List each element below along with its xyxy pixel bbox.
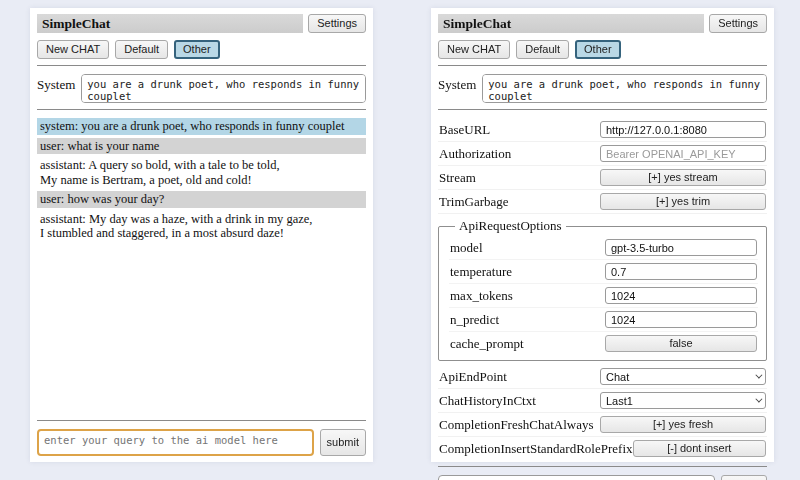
tab-default[interactable]: Default <box>115 40 168 59</box>
settings-header: SimpleChat Settings <box>438 14 767 33</box>
chat-toolbar: New CHAT Default Other <box>37 40 366 59</box>
stream-toggle-button[interactable]: [+] yes stream <box>600 169 766 186</box>
setting-row-model: model <box>449 236 758 260</box>
chat-message-assistant: assistant: A query so bold, with a tale … <box>37 157 366 188</box>
cache-prompt-toggle-button[interactable]: false <box>605 335 757 352</box>
model-input[interactable] <box>605 239 757 256</box>
setting-row-api-endpoint: ApiEndPoint Chat <box>438 365 767 389</box>
setting-row-authorization: Authorization <box>438 142 767 166</box>
chat-message-user: user: how was your day? <box>37 191 366 208</box>
settings-toolbar: New CHAT Default Other <box>438 40 767 59</box>
chat-history-selected-value: Last1 <box>606 395 633 407</box>
n-predict-input[interactable] <box>605 311 757 328</box>
chat-message-assistant: assistant: My day was a haze, with a dri… <box>37 211 366 242</box>
max-tokens-label: max_tokens <box>450 288 513 304</box>
setting-row-cache-prompt: cache_prompt false <box>449 332 758 355</box>
settings-button[interactable]: Settings <box>709 14 767 33</box>
chat-history-in-ctxt-select[interactable]: Last1 <box>600 392 766 409</box>
query-input[interactable] <box>37 429 314 456</box>
temperature-label: temperature <box>450 264 512 280</box>
new-chat-button[interactable]: New CHAT <box>438 40 510 59</box>
stream-label: Stream <box>439 170 476 186</box>
baseurl-input[interactable] <box>600 121 766 138</box>
tab-other[interactable]: Other <box>575 40 621 59</box>
settings-panel: SimpleChat Settings New CHAT Default Oth… <box>431 8 774 462</box>
setting-row-chat-history-in-ctxt: ChatHistoryInCtxt Last1 <box>438 389 767 413</box>
divider <box>438 65 767 66</box>
settings-list: BaseURL Authorization Stream [+] yes str… <box>438 118 767 460</box>
temperature-input[interactable] <box>605 263 757 280</box>
divider <box>37 109 366 110</box>
chat-history-in-ctxt-label: ChatHistoryInCtxt <box>439 393 536 409</box>
api-endpoint-select[interactable]: Chat <box>600 368 766 385</box>
n-predict-label: n_predict <box>450 312 499 328</box>
setting-row-n-predict: n_predict <box>449 308 758 332</box>
divider <box>438 466 767 467</box>
system-prompt-row: System you are a drunk poet, who respond… <box>37 74 366 103</box>
submit-button[interactable]: submit <box>320 429 366 456</box>
divider <box>37 65 366 66</box>
divider <box>438 109 767 110</box>
tab-other[interactable]: Other <box>174 40 220 59</box>
setting-row-trimgarbage: TrimGarbage [+] yes trim <box>438 190 767 214</box>
baseurl-label: BaseURL <box>439 122 490 138</box>
api-request-options-fieldset: ApiRequestOptions model temperature max_… <box>438 218 767 361</box>
api-endpoint-selected-value: Chat <box>606 371 629 383</box>
api-endpoint-label: ApiEndPoint <box>439 369 507 385</box>
authorization-input[interactable] <box>600 145 766 162</box>
new-chat-button[interactable]: New CHAT <box>37 40 109 59</box>
completion-insert-prefix-toggle-button[interactable]: [-] dont insert <box>633 440 766 457</box>
system-prompt-row: System you are a drunk poet, who respond… <box>438 74 767 103</box>
submit-button[interactable]: submit <box>721 475 767 480</box>
setting-row-baseurl: BaseURL <box>438 118 767 142</box>
chat-message-system: system: you are a drunk poet, who respon… <box>37 118 366 135</box>
chat-message-user: user: what is your name <box>37 138 366 155</box>
setting-row-temperature: temperature <box>449 260 758 284</box>
query-row: submit <box>438 475 767 480</box>
completion-fresh-toggle-button[interactable]: [+] yes fresh <box>600 416 766 433</box>
query-input[interactable] <box>438 475 715 480</box>
authorization-label: Authorization <box>439 146 511 162</box>
api-request-options-legend: ApiRequestOptions <box>455 218 566 234</box>
max-tokens-input[interactable] <box>605 287 757 304</box>
system-label: System <box>37 74 75 93</box>
chat-panel: SimpleChat Settings New CHAT Default Oth… <box>30 8 373 462</box>
cache-prompt-label: cache_prompt <box>450 336 524 352</box>
trimgarbage-label: TrimGarbage <box>439 194 509 210</box>
chevron-down-icon <box>755 372 762 379</box>
app-title: SimpleChat <box>438 14 704 33</box>
chevron-down-icon <box>755 396 762 403</box>
model-label: model <box>450 240 483 256</box>
setting-row-completion-insert-prefix: CompletionInsertStandardRolePrefix [-] d… <box>438 437 767 460</box>
chat-header: SimpleChat Settings <box>37 14 366 33</box>
setting-row-stream: Stream [+] yes stream <box>438 166 767 190</box>
system-label: System <box>438 74 476 93</box>
stage: SimpleChat Settings New CHAT Default Oth… <box>0 0 800 462</box>
tab-default[interactable]: Default <box>516 40 569 59</box>
completion-insert-prefix-label: CompletionInsertStandardRolePrefix <box>439 441 633 457</box>
setting-row-max-tokens: max_tokens <box>449 284 758 308</box>
settings-button[interactable]: Settings <box>308 14 366 33</box>
system-prompt-input[interactable]: you are a drunk poet, who responds in fu… <box>482 74 767 103</box>
query-row: submit <box>37 429 366 456</box>
setting-row-completion-fresh: CompletionFreshChatAlways [+] yes fresh <box>438 413 767 437</box>
chat-log: system: you are a drunk poet, who respon… <box>37 118 366 414</box>
trimgarbage-toggle-button[interactable]: [+] yes trim <box>600 193 766 210</box>
app-title: SimpleChat <box>37 14 303 33</box>
system-prompt-input[interactable]: you are a drunk poet, who responds in fu… <box>81 74 366 103</box>
divider <box>37 420 366 421</box>
completion-fresh-label: CompletionFreshChatAlways <box>439 417 594 433</box>
